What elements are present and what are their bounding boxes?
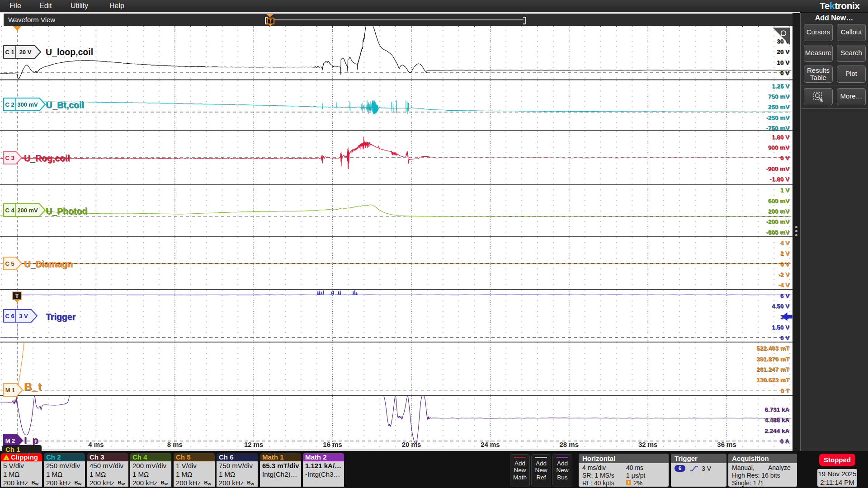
svg-text:1.25 V: 1.25 V <box>772 83 789 89</box>
svg-text:4.488 kA: 4.488 kA <box>764 417 789 423</box>
svg-text:1 V: 1 V <box>780 187 789 193</box>
svg-text:3 V: 3 V <box>19 313 28 319</box>
svg-text:C 5: C 5 <box>5 260 14 267</box>
svg-text:10 V: 10 V <box>777 59 789 66</box>
svg-text:C 1: C 1 <box>5 49 14 56</box>
svg-text:C 3: C 3 <box>5 155 14 161</box>
svg-text:T: T <box>15 292 19 299</box>
svg-text:900 mV: 900 mV <box>768 144 789 151</box>
svg-text:36 ms: 36 ms <box>717 441 736 448</box>
svg-text:Trigger: Trigger <box>46 312 76 322</box>
svg-text:130.623 mT: 130.623 mT <box>756 376 790 383</box>
svg-text:261.247 mT: 261.247 mT <box>756 366 790 373</box>
svg-text:U_Photod: U_Photod <box>46 206 87 216</box>
svg-text:300 mV: 300 mV <box>17 101 38 108</box>
svg-text:2.244 kA: 2.244 kA <box>764 427 789 434</box>
svg-text:U_Bt,coil: U_Bt,coil <box>46 100 84 110</box>
svg-text:I_p: I_p <box>24 435 38 446</box>
svg-text:-600 mV: -600 mV <box>766 229 789 235</box>
svg-text:0 V: 0 V <box>780 155 789 161</box>
svg-text:32 ms: 32 ms <box>638 441 658 448</box>
svg-text:8 ms: 8 ms <box>167 441 183 448</box>
svg-text:391.870 mT: 391.870 mT <box>756 356 790 362</box>
svg-text:0 A: 0 A <box>780 438 789 445</box>
svg-text:C 6: C 6 <box>5 313 14 319</box>
svg-text:M 2: M 2 <box>5 437 15 444</box>
svg-text:-900 mV: -900 mV <box>766 165 789 172</box>
svg-text:24 ms: 24 ms <box>481 441 500 448</box>
svg-text:12 ms: 12 ms <box>244 441 264 448</box>
svg-text:28 ms: 28 ms <box>560 441 579 448</box>
svg-text:20 ms: 20 ms <box>402 441 421 448</box>
svg-text:4.50 V: 4.50 V <box>772 303 789 310</box>
svg-text:6 V: 6 V <box>780 292 789 299</box>
svg-text:200 mV: 200 mV <box>17 207 38 214</box>
svg-text:0 V: 0 V <box>780 334 789 341</box>
svg-text:0 V: 0 V <box>780 70 789 76</box>
svg-text:-200 mV: -200 mV <box>766 218 789 225</box>
svg-text:4 V: 4 V <box>780 239 789 246</box>
svg-text:200 mV: 200 mV <box>768 208 789 215</box>
svg-text:600 mV: 600 mV <box>768 197 789 204</box>
svg-text:-2 V: -2 V <box>778 271 789 278</box>
svg-text:U_Diamagn: U_Diamagn <box>24 259 72 269</box>
svg-text:C 4: C 4 <box>5 207 14 214</box>
svg-text:-1.80 V: -1.80 V <box>769 176 789 183</box>
svg-text:250 mV: 250 mV <box>768 103 789 110</box>
svg-text:-250 mV: -250 mV <box>766 114 789 121</box>
svg-text:2 V: 2 V <box>780 250 789 257</box>
svg-text:6.731 kA: 6.731 kA <box>764 406 789 413</box>
svg-text:B_t: B_t <box>24 380 42 393</box>
svg-text:20 V: 20 V <box>777 48 789 55</box>
svg-text:C 2: C 2 <box>5 101 14 108</box>
svg-text:522.493 mT: 522.493 mT <box>756 345 790 352</box>
svg-text:750 mV: 750 mV <box>768 93 789 100</box>
svg-text:1.80 V: 1.80 V <box>772 134 789 141</box>
svg-text:16 ms: 16 ms <box>323 441 342 448</box>
svg-text:0 T: 0 T <box>780 387 789 394</box>
svg-text:4 ms: 4 ms <box>88 441 104 448</box>
svg-text:M 1: M 1 <box>5 387 15 394</box>
svg-text:0 V: 0 V <box>780 261 789 267</box>
svg-text:-750 mV: -750 mV <box>766 125 789 131</box>
svg-text:-4 V: -4 V <box>778 282 789 288</box>
svg-text:U_Rog,coil: U_Rog,coil <box>24 153 70 163</box>
svg-text:1.50 V: 1.50 V <box>772 324 789 331</box>
svg-text:20 V: 20 V <box>19 49 32 56</box>
svg-text:U_loop,coil: U_loop,coil <box>46 47 93 57</box>
